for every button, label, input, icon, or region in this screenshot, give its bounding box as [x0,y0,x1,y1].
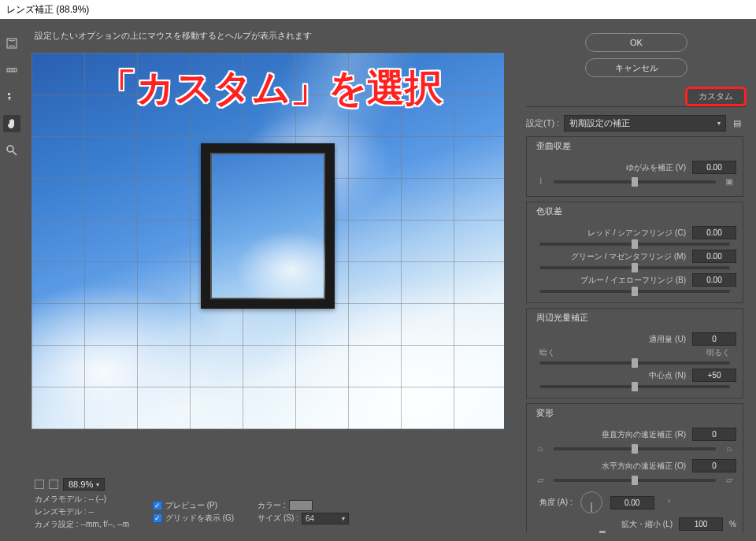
vp-top-icon: ⏢ [533,441,547,455]
vignette-title: 周辺光量補正 [533,312,591,324]
preview-label: プレビュー (P) [165,500,217,511]
grid-color-swatch[interactable] [289,500,313,511]
remove-distortion-tool-icon[interactable] [3,35,20,52]
camera-model-value: -- (--) [88,495,106,503]
footer-info: 88.9% ▾ カメラモデル : -- (--) レンズモデル : -- カメラ… [32,473,512,535]
svg-point-5 [7,146,13,152]
angle-label: 角度 (A) : [539,497,573,508]
settings-panel: OK キャンセル カスタム 設定(T) : 初期設定の補正 ▾ ▤ 歪曲収差 ゆ… [520,19,756,541]
vp-bottom-icon: ⏢ [722,441,736,455]
picture-frame [201,143,335,309]
rc-label: レッド / シアンフリンジ (C) [539,228,686,239]
transform-title: 変形 [533,407,557,419]
chevron-down-icon: ▾ [96,481,99,488]
midpoint-input[interactable] [692,369,736,382]
help-text: 設定したいオプションの上にマウスを移動するとヘルプが表示されます [32,25,512,46]
pincushion-icon: ▣ [722,174,736,188]
chromatic-group: 色収差 レッド / シアンフリンジ (C) グリーン / マゼンタフリンジ (M… [526,202,743,303]
angle-dial[interactable] [580,491,602,513]
camera-settings-value: --mm, f/--, --m [80,520,129,528]
gm-label: グリーン / マゼンタフリンジ (M) [539,251,686,262]
size-label: サイズ (S) : [258,513,298,524]
preset-dropdown[interactable]: 初期設定の補正 ▾ [564,115,726,132]
move-grid-tool-icon[interactable] [3,88,20,106]
tool-sidebar [0,19,24,541]
window-titlebar: レンズ補正 (88.9%) [0,0,756,19]
remove-distortion-input[interactable] [692,161,736,174]
by-slider[interactable] [539,290,730,293]
remove-distortion-label: ゆがみを補正 (V) [539,162,686,173]
gm-slider[interactable] [539,266,730,269]
hp-slider[interactable] [554,479,716,482]
main-container: 設定したいオプションの上にマウスを移動するとヘルプが表示されます 88.9% ▾… [0,19,756,541]
vp-input[interactable] [692,428,736,441]
fill-icon[interactable] [49,480,58,489]
amount-label: 適用量 (U) [539,334,686,345]
grid-size-dropdown[interactable]: 64 ▾ [302,513,349,524]
zoom-dropdown[interactable]: 88.9% ▾ [63,478,105,491]
window-title: レンズ補正 (88.9%) [6,3,89,17]
midpoint-slider[interactable] [539,385,730,388]
grid-label: グリッドを表示 (G) [165,513,234,524]
scale-label: 拡大・縮小 (L) [539,519,673,530]
distortion-title: 歪曲収差 [533,140,574,152]
angle-input[interactable] [610,496,654,510]
color-label: カラー : [258,500,286,511]
size-value: 64 [306,514,314,523]
gm-input[interactable] [692,250,736,263]
svg-line-6 [13,151,17,155]
tab-bar: カスタム [526,87,747,107]
grid-checkbox[interactable]: ✓ [153,513,162,523]
vp-label: 垂直方向の遠近補正 (R) [539,429,686,440]
scale-pct: % [729,520,736,528]
amount-input[interactable] [692,332,736,346]
straighten-tool-icon[interactable] [3,61,20,79]
canvas-area [32,46,512,473]
center-panel: 設定したいオプションの上にマウスを移動するとヘルプが表示されます 88.9% ▾… [24,19,520,541]
remove-distortion-slider[interactable] [554,180,716,183]
preset-label: 設定(T) : [526,117,559,129]
svg-rect-0 [7,39,17,48]
hp-left-icon: ▱ [533,472,547,487]
lens-model-value: -- [88,507,94,516]
chevron-down-icon: ▾ [342,515,345,522]
dark-label: 暗く [539,347,555,358]
tab-custom[interactable]: カスタム [685,87,747,106]
barrel-icon: ⌇ [533,174,547,188]
amount-slider[interactable] [539,361,730,365]
chevron-down-icon: ▾ [717,120,721,127]
zoom-value: 88.9% [69,480,93,489]
rc-slider[interactable] [539,243,730,246]
camera-settings-label: カメラ設定 : [35,520,79,528]
by-label: ブルー / イエローフリンジ (B) [539,275,686,286]
camera-model-label: カメラモデル : [35,495,87,503]
light-label: 明るく [706,347,730,358]
rc-input[interactable] [692,226,736,239]
zoom-tool-icon[interactable] [3,142,20,159]
by-input[interactable] [692,273,736,287]
transform-group: 変形 垂直方向の遠近補正 (R) ⏢ ⏢ 水平方向の遠近補正 (O) ▱ [526,403,743,533]
fit-icon[interactable] [35,480,44,489]
cancel-button[interactable]: キャンセル [585,58,687,77]
vignette-group: 周辺光量補正 適用量 (U) 暗く明るく 中心点 (N) [526,308,743,398]
vp-slider[interactable] [554,447,716,450]
ok-button[interactable]: OK [585,33,687,52]
preview-canvas[interactable] [32,53,504,429]
chromatic-title: 色収差 [533,206,565,217]
distortion-group: 歪曲収差 ゆがみを補正 (V) ⌇ ▣ [526,136,743,197]
hp-input[interactable] [692,459,736,472]
hp-right-icon: ▱ [722,472,736,487]
degree-icon: ° [662,495,676,510]
midpoint-label: 中心点 (N) [539,370,686,381]
hand-tool-icon[interactable] [3,115,20,132]
preset-menu-icon[interactable]: ▤ [731,118,743,128]
lens-model-label: レンズモデル : [35,507,87,516]
preset-value: 初期設定の補正 [569,117,630,129]
preview-checkbox[interactable]: ✓ [153,501,162,510]
scale-input[interactable] [679,517,723,531]
hp-label: 水平方向の遠近補正 (O) [539,461,686,472]
